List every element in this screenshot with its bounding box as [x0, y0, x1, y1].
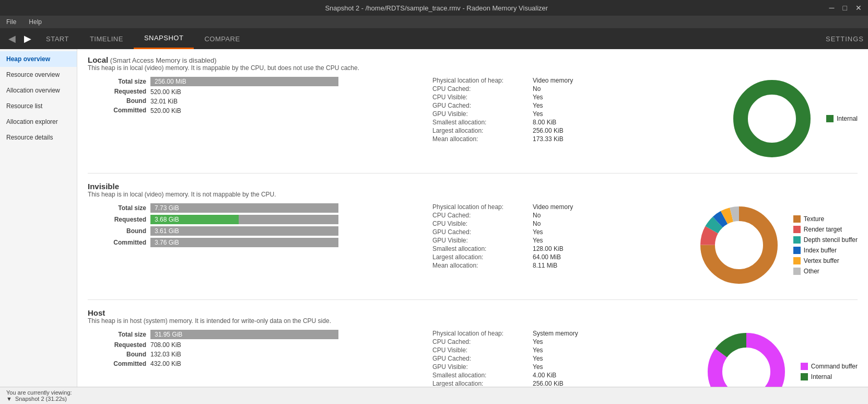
host-committed-value: 432.00 KiB — [150, 360, 181, 367]
svg-point-1 — [755, 102, 789, 135]
host-bound-value: 132.03 KiB — [150, 351, 181, 358]
heap-host: Host This heap is in host (system) memor… — [88, 308, 858, 387]
sidebar-item-allocation-overview[interactable]: Allocation overview — [0, 83, 77, 98]
maximize-button[interactable]: □ — [841, 4, 849, 12]
invis-largest-label: Largest allocation: — [432, 253, 526, 261]
snapshot-arrow-icon: ▼ — [6, 396, 12, 402]
invis-legend-other-color — [793, 268, 801, 275]
sidebar-item-resource-overview[interactable]: Resource overview — [0, 67, 77, 83]
local-phys-loc-value: Video memory — [533, 77, 641, 84]
local-gpu-visible-label: GPU Visible: — [432, 110, 526, 118]
invis-req-value: 3.68 GiB — [150, 216, 179, 223]
local-info-grid: Physical location of heap: Video memory … — [432, 77, 641, 143]
invis-cpu-visible-label: CPU Visible: — [432, 220, 526, 227]
invis-gpu-cached-label: GPU Cached: — [432, 228, 526, 236]
invis-total-value: 7.73 GiB — [150, 204, 179, 212]
invis-gpu-visible-value: Yes — [533, 237, 641, 244]
local-bound-value: 32.01 KiB — [150, 98, 178, 105]
invis-legend-render-color — [793, 226, 801, 233]
tab-snapshot[interactable]: SNAPSHOT — [134, 28, 194, 49]
window-controls[interactable]: ─ □ ✕ — [827, 4, 864, 12]
heap-invisible: Invisible This heap is in local (video) … — [88, 182, 858, 287]
local-donut-chart — [730, 77, 814, 160]
host-cpu-visible-value: Yes — [533, 347, 641, 354]
host-phys-loc-label: Physical location of heap: — [432, 330, 526, 337]
invis-legend-vertex-color — [793, 257, 801, 264]
invis-smallest-label: Smallest allocation: — [432, 245, 526, 252]
host-cpu-cached-label: CPU Cached: — [432, 338, 526, 345]
nav-back-arrow[interactable]: ◀ — [4, 31, 20, 47]
host-cpu-visible-label: CPU Visible: — [432, 347, 526, 354]
host-legend-internal-label: Internal — [811, 373, 832, 380]
sidebar-item-allocation-explorer[interactable]: Allocation explorer — [0, 114, 77, 130]
host-legend-internal: Internal — [801, 373, 858, 380]
nav-bar: ◀ ▶ START TIMELINE SNAPSHOT COMPARE SETT… — [0, 28, 868, 49]
tab-timeline[interactable]: TIMELINE — [79, 28, 134, 49]
invis-mean-value: 8.11 MiB — [533, 262, 641, 269]
heap-local: Local (Smart Access Memory is disabled) … — [88, 55, 858, 160]
settings-link[interactable]: SETTINGS — [826, 35, 864, 43]
host-info-grid: Physical location of heap: System memory… — [432, 330, 641, 387]
content-inner: Local (Smart Access Memory is disabled) … — [77, 49, 868, 387]
host-donut-chart — [705, 330, 788, 387]
invis-legend-render: Render target — [793, 226, 858, 233]
local-chart-area: Internal — [730, 77, 858, 160]
invis-bound-value: 3.61 GiB — [150, 227, 179, 235]
host-gpu-visible-label: GPU Visible: — [432, 363, 526, 371]
heap-host-name: Host — [88, 308, 858, 317]
host-legend-internal-color — [801, 373, 808, 380]
sidebar: Heap overview Resource overview Allocati… — [0, 49, 77, 387]
host-committed-label: Committed — [88, 360, 150, 367]
local-cpu-visible-label: CPU Visible: — [432, 94, 526, 101]
invis-legend-vertex: Vertex buffer — [793, 257, 858, 264]
host-cpu-cached-value: Yes — [533, 338, 641, 345]
invis-gpu-cached-value: Yes — [533, 228, 641, 236]
heap-local-name: Local — [88, 55, 108, 64]
local-gpu-cached-label: GPU Cached: — [432, 102, 526, 109]
local-cpu-cached-label: CPU Cached: — [432, 85, 526, 93]
local-committed-value: 520.00 KiB — [150, 107, 181, 114]
menu-file[interactable]: File — [4, 17, 18, 27]
divider-2 — [88, 299, 858, 300]
status-viewing-label: You are currently viewing: — [6, 389, 862, 396]
local-req-value: 520.00 KiB — [150, 88, 181, 96]
minimize-button[interactable]: ─ — [827, 4, 837, 12]
tab-start[interactable]: START — [36, 28, 79, 49]
host-total-value: 31.95 GiB — [150, 331, 182, 338]
invis-legend-index: Index buffer — [793, 247, 858, 254]
menu-help[interactable]: Help — [27, 17, 44, 27]
host-req-value: 708.00 KiB — [150, 341, 181, 349]
invis-smallest-value: 128.00 KiB — [533, 245, 641, 252]
window-title: Snapshot 2 - /home/RDTS/sample_trace.rmv… — [46, 4, 827, 12]
host-legend-cmd: Command buffer — [801, 363, 858, 370]
close-button[interactable]: ✕ — [853, 4, 864, 12]
local-legend-internal-label: Internal — [837, 115, 858, 122]
invis-legend-render-label: Render target — [804, 226, 842, 233]
local-committed-label: Committed — [88, 107, 150, 114]
svg-point-11 — [730, 355, 763, 387]
invis-donut-chart — [697, 203, 781, 287]
host-largest-value: 256.00 KiB — [533, 380, 641, 387]
host-smallest-value: 4.00 KiB — [533, 372, 641, 379]
invis-legend-depth-color — [793, 236, 801, 244]
invis-total-label: Total size — [88, 204, 150, 212]
invis-phys-loc-value: Video memory — [533, 203, 641, 211]
tab-compare[interactable]: COMPARE — [194, 28, 250, 49]
local-smallest-label: Smallest allocation: — [432, 119, 526, 126]
nav-forward-arrow[interactable]: ▶ — [20, 31, 36, 47]
host-chart-area: Command buffer Internal — [705, 330, 858, 387]
sidebar-item-resource-list[interactable]: Resource list — [0, 98, 77, 114]
invis-bound-label: Bound — [88, 227, 150, 235]
sidebar-item-resource-details[interactable]: Resource details — [0, 130, 77, 145]
invis-gpu-visible-label: GPU Visible: — [432, 237, 526, 244]
invis-info-grid: Physical location of heap: Video memory … — [432, 203, 641, 269]
invis-legend-index-label: Index buffer — [804, 247, 837, 254]
host-total-label: Total size — [88, 331, 150, 338]
sidebar-item-heap-overview[interactable]: Heap overview — [0, 51, 77, 67]
local-legend-internal-color — [826, 115, 834, 122]
host-bound-label: Bound — [88, 351, 150, 358]
heap-invisible-desc: This heap is in local (video) memory. It… — [88, 191, 858, 198]
host-gpu-cached-value: Yes — [533, 355, 641, 362]
local-gpu-cached-value: Yes — [533, 102, 641, 109]
host-gpu-cached-label: GPU Cached: — [432, 355, 526, 362]
